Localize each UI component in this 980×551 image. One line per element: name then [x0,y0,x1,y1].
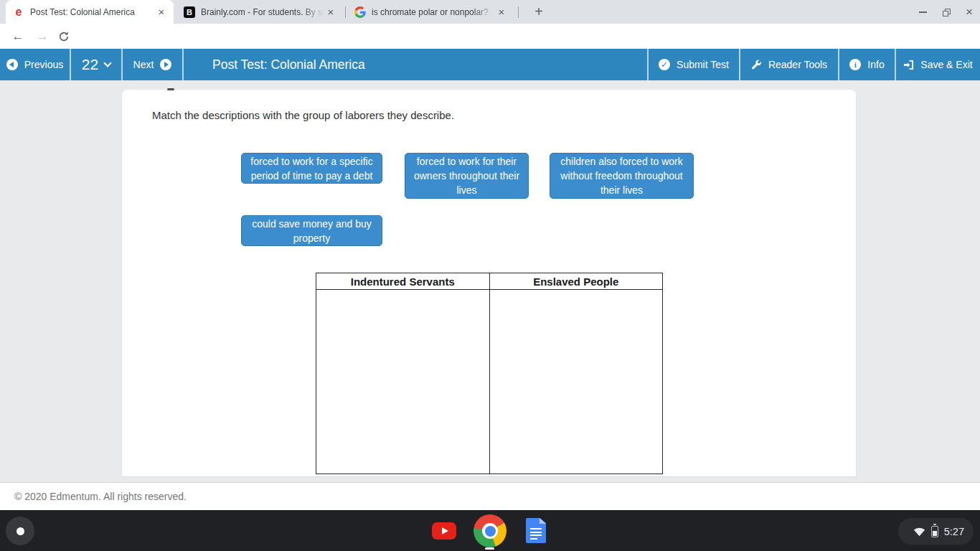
back-icon[interactable]: ← [7,24,29,49]
tab-google-search[interactable]: is chromate polar or nonpolar? × [347,0,514,24]
tab-title: is chromate polar or nonpolar? [372,7,495,17]
tab-strip: e Post Test: Colonial America × B Brainl… [0,0,980,24]
edmentum-favicon-icon: e [13,6,24,18]
draggable-tile[interactable]: forced to work for a specific period of … [241,153,382,184]
previous-button[interactable]: Previous [0,49,70,80]
column-header-enslaved-people: Enslaved People [489,273,663,290]
window-close-button[interactable]: × [960,4,979,20]
sign-out-icon [903,60,914,70]
submit-test-label: Submit Test [677,59,729,70]
wrench-icon [751,60,762,70]
active-app-indicator [485,547,494,550]
page-footer: © 2020 Edmentum. All rights reserved. [0,482,980,510]
chrome-app-icon[interactable] [473,514,507,547]
save-exit-label: Save & Exit [920,59,972,70]
copyright-text: © 2020 Edmentum. All rights reserved. [14,491,187,502]
draggable-tile[interactable]: forced to work for their owners througho… [405,153,529,199]
google-favicon-icon [354,6,366,18]
tab-title: Brainly.com - For students. By st [201,7,324,17]
docs-text-lines [530,528,542,541]
draggable-tile[interactable]: could save money and buy property [241,215,382,246]
info-label: Info [867,59,884,70]
submit-test-button[interactable]: ✓ Submit Test [649,49,739,80]
tab-separator [345,6,346,18]
chevron-down-icon [104,59,112,67]
drop-zone-enslaved-people[interactable] [489,290,663,474]
wifi-icon [913,527,925,537]
next-button[interactable]: Next [123,49,182,80]
tab-brainly[interactable]: B Brainly.com - For students. By st × [176,0,343,24]
tab-separator [518,6,519,18]
info-button[interactable]: i Info [839,49,895,80]
restore-icon [943,9,951,17]
arrow-circle-left-icon [6,59,18,70]
new-tab-button[interactable]: + [529,3,548,22]
column-header-indentured-servants: Indentured Servants [316,273,490,290]
browser-toolbar: ← → f1.app.edmentum.com/assessments-deli… [0,24,980,49]
window-restore-button[interactable] [937,4,956,20]
launcher-button[interactable] [6,517,34,545]
launcher-icon [17,527,24,535]
chromeos-shelf: 5:27 [0,510,980,551]
brainly-favicon-icon: B [184,6,195,18]
question-number-dropdown[interactable]: 22 [71,49,121,80]
status-tray[interactable]: 5:27 [898,518,974,545]
test-toolbar: Previous 22 Next Post Test: Colonial Ame… [0,49,980,80]
docs-fold [540,518,546,524]
info-circle-icon: i [849,59,861,70]
next-label: Next [133,59,154,70]
question-number: 22 [82,56,98,73]
test-content-area: Match the descriptions with the group of… [0,80,980,482]
match-table: Indentured Servants Enslaved People [316,273,663,474]
play-icon [442,527,448,534]
check-circle-icon: ✓ [659,59,670,70]
refresh-icon[interactable] [53,24,75,49]
tab-close-icon[interactable]: × [495,6,508,19]
draggable-tile[interactable]: children also forced to work without fre… [550,153,694,199]
youtube-app-icon[interactable] [432,522,456,540]
reader-tools-button[interactable]: Reader Tools [740,49,838,80]
save-exit-button[interactable]: Save & Exit [896,49,980,80]
question-prompt: Match the descriptions with the group of… [152,109,454,121]
window-minimize-button[interactable] [913,4,932,20]
chrome-icon-core [485,526,496,537]
scrolled-content-fragment [167,88,174,90]
drop-zone-indentured-servants[interactable] [316,290,490,474]
reader-tools-label: Reader Tools [768,59,827,70]
docs-app-icon[interactable] [526,518,546,543]
tab-title: Post Test: Colonial America [30,7,155,17]
tab-close-icon[interactable]: × [155,6,168,19]
forward-icon: → [32,24,53,49]
test-title: Post Test: Colonial America [184,49,647,80]
minimize-icon [919,11,927,13]
tab-close-icon[interactable]: × [324,6,337,19]
tab-post-test[interactable]: e Post Test: Colonial America × [6,0,174,24]
question-card: Match the descriptions with the group of… [122,90,856,476]
clock: 5:27 [944,526,964,537]
arrow-circle-right-icon [160,59,171,70]
previous-label: Previous [24,59,63,70]
battery-icon [931,526,938,537]
